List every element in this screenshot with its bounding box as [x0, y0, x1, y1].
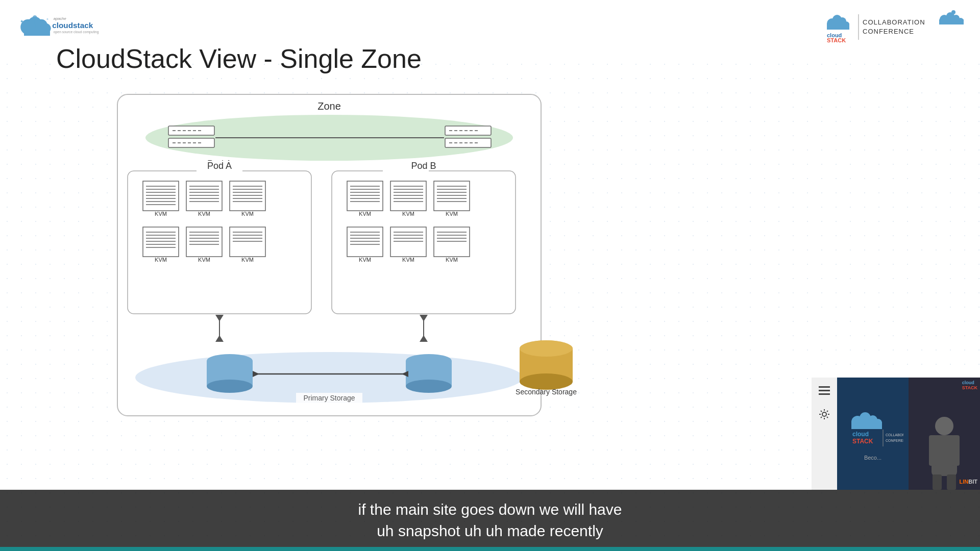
svg-rect-88: [143, 227, 179, 257]
svg-text:COLLABORATION: COLLABORATION: [886, 433, 903, 437]
video-become-text: Beco...: [864, 455, 881, 461]
apache-cloudstack-logo: ✦ ✦ apache cloudstack open source cloud …: [15, 9, 102, 42]
video-cloudstack-logo: cloud STACK COLLABORATION CONFERENCE: [842, 407, 903, 453]
svg-text:KVM: KVM: [241, 257, 254, 263]
svg-text:KVM: KVM: [446, 257, 458, 263]
svg-text:KVM: KVM: [359, 211, 371, 217]
video-presenter: cloudSTACK LINBIT: [909, 378, 980, 490]
subtitle-bar: if the main site goes down we will have …: [0, 490, 980, 551]
svg-text:cloud: cloud: [852, 431, 869, 438]
svg-text:open source cloud computing: open source cloud computing: [54, 30, 99, 34]
svg-rect-196: [933, 474, 942, 490]
svg-rect-26: [939, 19, 964, 24]
svg-rect-197: [947, 474, 956, 490]
video-sidebar: [812, 378, 837, 490]
video-content: cloud STACK COLLABORATION CONFERENCE Bec…: [837, 378, 980, 490]
svg-point-176: [520, 340, 573, 357]
svg-point-5: [33, 15, 37, 19]
svg-rect-16: [827, 23, 849, 30]
svg-text:KVM: KVM: [402, 211, 414, 217]
svg-text:KVM: KVM: [155, 211, 167, 217]
svg-rect-80: [230, 181, 265, 211]
right-logo: cloud STACK COLLABORATION CONFERENCE: [822, 9, 965, 42]
presenter-figure: [926, 413, 962, 490]
main-diagram: Zone Pod A Pod A KVM: [102, 89, 612, 446]
video-overlay: cloud STACK COLLABORATION CONFERENCE Bec…: [812, 378, 980, 490]
linbit-logo: LINBIT: [960, 479, 977, 485]
svg-text:KVM: KVM: [198, 257, 210, 263]
svg-rect-179: [819, 390, 830, 391]
svg-point-181: [822, 412, 826, 416]
svg-rect-72: [186, 181, 222, 211]
svg-rect-180: [819, 393, 830, 395]
svg-text:Pod A: Pod A: [207, 161, 232, 171]
subtitle-line-2: uh snapshot uh uh made recently: [377, 522, 603, 540]
svg-text:STACK: STACK: [852, 438, 873, 445]
svg-text:Secondary Storage: Secondary Storage: [516, 388, 577, 396]
svg-text:✦: ✦: [20, 18, 24, 23]
svg-rect-120: [390, 181, 426, 211]
subtitle-line-1: if the main site goes down we will have: [358, 501, 622, 518]
svg-rect-63: [143, 181, 179, 211]
svg-point-192: [935, 417, 953, 435]
video-presenter-logo: cloudSTACK: [962, 380, 977, 390]
svg-text:Pod B: Pod B: [411, 161, 436, 171]
svg-rect-112: [347, 181, 383, 211]
gear-icon[interactable]: [815, 405, 834, 423]
svg-rect-149: [434, 227, 470, 257]
conference-logo: cloud STACK COLLABORATION CONFERENCE: [822, 9, 965, 42]
svg-point-167: [406, 380, 452, 393]
svg-text:STACK: STACK: [827, 37, 846, 42]
left-logo: ✦ ✦ apache cloudstack open source cloud …: [15, 9, 102, 42]
bottom-nav-bar: [0, 547, 980, 551]
svg-rect-128: [434, 181, 470, 211]
svg-text:KVM: KVM: [198, 211, 210, 217]
svg-text:CONFERENCE: CONFERENCE: [863, 28, 914, 35]
svg-rect-195: [952, 435, 960, 466]
svg-text:✦: ✦: [45, 17, 48, 21]
svg-text:CONFERENCE: CONFERENCE: [886, 439, 903, 442]
svg-rect-103: [230, 227, 265, 257]
svg-text:KVM: KVM: [241, 211, 254, 217]
svg-point-164: [207, 380, 253, 393]
svg-rect-96: [186, 227, 222, 257]
menu-icon[interactable]: [815, 382, 834, 400]
svg-rect-136: [347, 227, 383, 257]
svg-rect-178: [819, 386, 830, 388]
zone-label: Zone: [317, 101, 341, 112]
svg-rect-143: [390, 227, 426, 257]
svg-text:KVM: KVM: [155, 257, 167, 263]
video-logo-left: cloud STACK COLLABORATION CONFERENCE Bec…: [837, 378, 909, 490]
svg-text:COLLABORATION: COLLABORATION: [863, 18, 925, 26]
svg-rect-194: [929, 435, 937, 466]
svg-text:KVM: KVM: [402, 257, 414, 263]
svg-rect-186: [851, 422, 882, 429]
svg-point-27: [951, 10, 955, 14]
svg-rect-4: [24, 28, 50, 35]
svg-text:Primary Storage: Primary Storage: [303, 394, 355, 402]
svg-text:KVM: KVM: [359, 257, 371, 263]
page-title: CloudStack View - Single Zone: [56, 43, 422, 74]
svg-text:KVM: KVM: [446, 211, 458, 217]
svg-text:cloudstack: cloudstack: [52, 20, 93, 29]
